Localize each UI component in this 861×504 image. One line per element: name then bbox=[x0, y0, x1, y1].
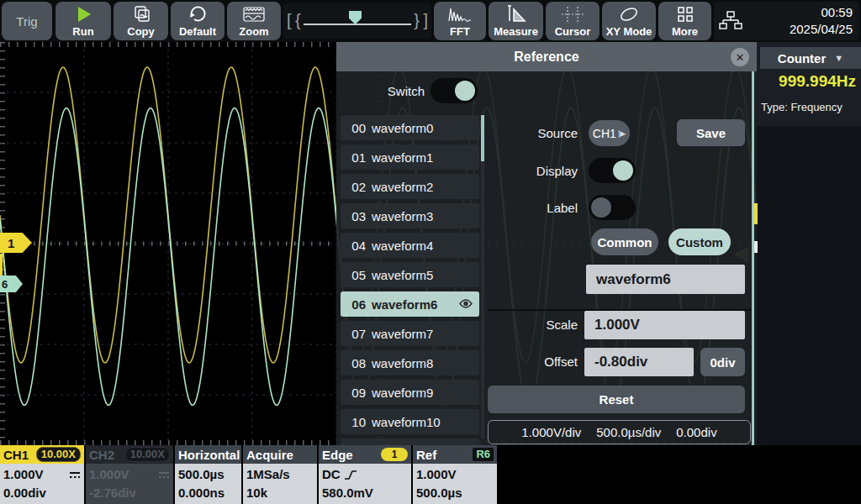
display-toggle[interactable] bbox=[589, 158, 636, 183]
ch1-status-block[interactable]: CH1 10.00X 1.000V 0.00div bbox=[0, 445, 84, 504]
horizontal-status-block[interactable]: Horizontal 500.0µs 0.000ns bbox=[175, 445, 241, 504]
source-select[interactable]: CH1 |▶ bbox=[589, 120, 630, 146]
ch2-status-block[interactable]: CH2 10.00X 1.000V -2.76div bbox=[86, 445, 173, 504]
trigger-source-badge: 1 bbox=[381, 448, 408, 461]
trigger-status-block[interactable]: Edge 1 DC 580.0mV bbox=[319, 445, 411, 504]
dialog-status-bar: 1.000V/div 500.0µs/div 0.00div bbox=[488, 420, 751, 444]
trigger-level-bar[interactable] bbox=[753, 203, 758, 224]
list-item[interactable]: 08waveform8 bbox=[341, 350, 479, 375]
reference-switch-toggle[interactable] bbox=[430, 78, 478, 103]
fft-label: FFT bbox=[450, 25, 470, 38]
right-sidebar: Counter ▼ 999.994Hz Type: Frequency bbox=[757, 42, 861, 445]
bracket-left-icon: [ bbox=[287, 11, 292, 30]
ch1-offset-sliver bbox=[0, 254, 3, 276]
xy-mode-icon bbox=[618, 3, 640, 25]
common-button[interactable]: Common bbox=[591, 228, 658, 255]
ref-scale: 1.000V bbox=[416, 465, 494, 484]
list-item[interactable]: 04waveform4 bbox=[341, 233, 479, 258]
custom-button[interactable]: Custom bbox=[668, 228, 731, 255]
zoom-label: Zoom bbox=[239, 25, 268, 38]
xy-mode-button[interactable]: XY Mode bbox=[602, 2, 656, 40]
zero-div-button[interactable]: 0div bbox=[700, 348, 745, 376]
default-label: Default bbox=[179, 25, 216, 38]
status-vdiv: 1.000V/div bbox=[521, 425, 581, 439]
ch2-name: CH2 bbox=[89, 448, 114, 462]
horizontal-delay: 0.000ns bbox=[178, 484, 238, 502]
offset-input[interactable]: -0.80div bbox=[584, 348, 694, 376]
dc-coupling-icon bbox=[158, 471, 170, 479]
horizontal-position-bar[interactable]: [ { } ] bbox=[283, 3, 431, 39]
clock-date: 2025/04/25 bbox=[790, 22, 853, 36]
switch-label: Switch bbox=[336, 84, 425, 98]
status-tdiv: 500.0µs/div bbox=[596, 425, 661, 439]
cursor-button[interactable]: Cursor bbox=[546, 2, 600, 40]
list-item[interactable]: 05waveform5 bbox=[341, 262, 479, 287]
acquire-title: Acquire bbox=[243, 445, 317, 464]
trigger-position-marker[interactable] bbox=[349, 11, 362, 24]
list-item[interactable]: 01waveform1 bbox=[341, 144, 479, 170]
reset-button[interactable]: Reset bbox=[488, 386, 745, 413]
trig-button[interactable]: Trig bbox=[2, 2, 52, 40]
ref-title: Ref bbox=[416, 448, 436, 462]
more-button[interactable]: More bbox=[658, 2, 711, 40]
measure-button[interactable]: Measure bbox=[489, 2, 543, 40]
copy-button[interactable]: Copy bbox=[114, 2, 168, 40]
ch1-name: CH1 bbox=[3, 448, 29, 462]
acquire-rate: 1MSa/s bbox=[246, 465, 314, 484]
list-item[interactable]: 10waveform10 bbox=[341, 409, 479, 434]
status-clock-panel[interactable]: 00:59 2025/04/25 bbox=[714, 2, 859, 40]
close-icon[interactable]: ✕ bbox=[731, 48, 749, 66]
dropdown-caret-icon: |▶ bbox=[618, 129, 626, 138]
measure-label: Measure bbox=[494, 25, 538, 38]
list-item[interactable]: 03waveform3 bbox=[341, 203, 479, 228]
save-button[interactable]: Save bbox=[677, 119, 745, 146]
right-center-tick bbox=[754, 241, 758, 253]
trig-label: Trig bbox=[16, 15, 37, 28]
measure-icon bbox=[505, 3, 527, 25]
top-toolbar: Trig Run Copy bbox=[0, 0, 861, 42]
ref-timebase: 500.0µs bbox=[416, 484, 494, 502]
list-item[interactable]: 09waveform9 bbox=[341, 380, 479, 405]
acquire-status-block[interactable]: Acquire 1MSa/s 10k bbox=[243, 445, 317, 504]
horizontal-scale: 500.0µs bbox=[178, 465, 238, 484]
default-button[interactable]: Default bbox=[171, 2, 224, 40]
list-item-partial bbox=[341, 438, 479, 445]
dc-coupling-icon bbox=[69, 471, 81, 479]
list-item[interactable]: 07waveform7 bbox=[341, 321, 479, 346]
waveform-list: 00waveform0 01waveform1 02waveform2 03wa… bbox=[341, 115, 479, 438]
run-button[interactable]: Run bbox=[55, 2, 111, 40]
label-toggle[interactable] bbox=[589, 195, 636, 220]
scale-input[interactable]: 1.000V bbox=[584, 311, 745, 339]
list-scrollbar-thumb[interactable] bbox=[481, 115, 484, 161]
ch2-offset: -2.76div bbox=[89, 484, 170, 502]
fft-button[interactable]: FFT bbox=[434, 2, 486, 40]
offset-label: Offset bbox=[488, 354, 578, 369]
ref-status-block[interactable]: Ref R6 1.000V 500.0µs bbox=[413, 445, 497, 504]
eye-icon bbox=[459, 298, 473, 309]
brace-right-icon: } bbox=[414, 11, 420, 30]
ch1-offset: 0.00div bbox=[3, 484, 81, 502]
cursor-label: Cursor bbox=[555, 25, 591, 38]
counter-header[interactable]: Counter ▼ bbox=[760, 47, 861, 69]
cursor-icon bbox=[560, 3, 585, 25]
bottom-status-bar: CH1 10.00X 1.000V 0.00div CH2 10.00X 1.0… bbox=[0, 445, 861, 504]
reference-dialog: Reference ✕ Switch 00waveform0 01wavefor… bbox=[336, 42, 757, 445]
edge-level: 580.0mV bbox=[322, 484, 408, 502]
copy-icon bbox=[131, 3, 151, 25]
list-item-selected[interactable]: 06waveform6 bbox=[341, 291, 479, 317]
list-scrollbar[interactable] bbox=[481, 115, 484, 438]
waveform-name-input[interactable]: waveform6 bbox=[586, 265, 745, 294]
reference-dialog-header: Reference ✕ bbox=[336, 42, 757, 71]
run-icon bbox=[74, 3, 92, 25]
list-item[interactable]: 00waveform0 bbox=[341, 115, 479, 140]
oscilloscope-screen: Trig Run Copy bbox=[0, 0, 861, 504]
clock-time: 00:59 bbox=[821, 5, 853, 19]
display-label: Display bbox=[488, 164, 578, 178]
source-value: CH1 bbox=[593, 127, 616, 140]
timeline-line bbox=[304, 24, 411, 25]
acquire-depth: 10k bbox=[246, 484, 314, 502]
counter-panel: Counter ▼ 999.994Hz Type: Frequency bbox=[757, 42, 861, 126]
zoom-button[interactable]: Zoom bbox=[227, 2, 281, 40]
list-item[interactable]: 02waveform2 bbox=[341, 174, 479, 199]
fft-icon bbox=[447, 3, 473, 25]
